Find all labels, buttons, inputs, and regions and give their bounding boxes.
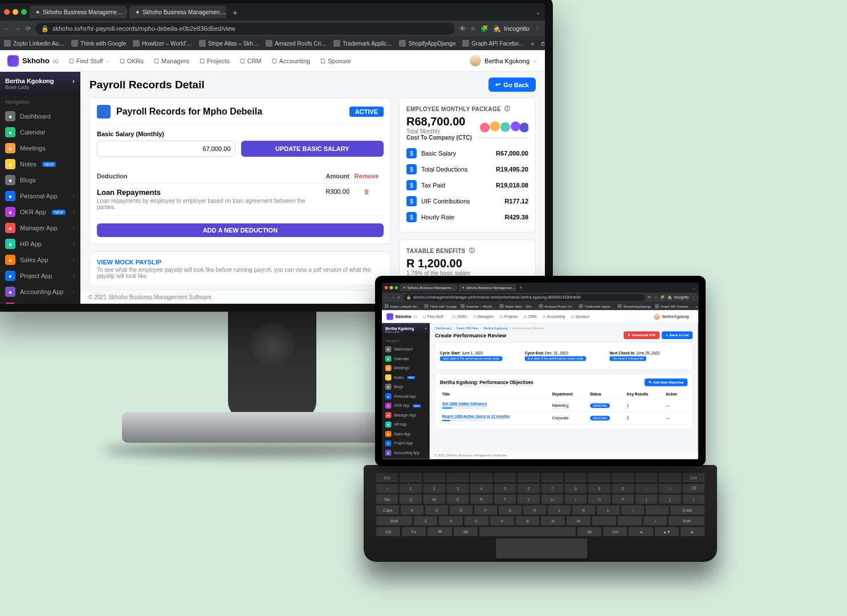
sidebar-item[interactable]: ●Sponsor› [382,458,430,459]
topnav-item[interactable]: ◻Sponsor [571,314,589,319]
bookmark-item[interactable]: Think with Google [71,40,126,47]
topnav-item[interactable]: ◻Sponsor [320,57,351,64]
breadcrumb-link[interactable]: Team HR Files [457,327,479,330]
sidebar-item[interactable]: ●Project App› [382,439,430,448]
sidebar-item[interactable]: ●Sales App› [0,252,80,268]
forward-icon[interactable]: → [391,295,394,299]
bookmark-item[interactable]: Trademark Applic… [333,40,392,47]
sidebar-item[interactable]: ●Meetings [382,364,430,373]
add-objective-button[interactable]: ✎ Add New Objective [645,378,687,386]
sidebar-item[interactable]: ●HR App› [0,236,80,252]
topnav-item[interactable]: ◻CRM [524,314,536,319]
breadcrumb-link[interactable]: Dashboard [435,327,451,330]
bookmark-item[interactable]: Stripe Atlas – Skh… [499,304,535,308]
new-tab-button[interactable]: + [229,7,241,17]
bookmark-item[interactable]: Howitzer – World'… [461,304,495,308]
objective-link[interactable]: Reach 1000 Active Users in 12 months [442,414,510,418]
bookmark-item[interactable]: Think with Google [424,304,457,308]
sidebar-item[interactable]: ●Blogs [382,382,430,392]
topnav-item[interactable]: ◻Managers [473,314,494,319]
bookmark-item[interactable]: Amazed Roofs Cri… [266,40,327,47]
url-field[interactable]: 🔒skhoho.io/management/manager-performanc… [403,294,645,301]
topnav-item[interactable]: ◻OKRs [453,314,467,319]
window-maximize-icon[interactable] [394,286,398,289]
topnav-item[interactable]: ◻Find Stuff⌄ [69,57,109,64]
reload-icon[interactable]: ⟳ [26,25,31,32]
sidebar-item[interactable]: ●Sales App› [382,429,430,439]
sidebar-item[interactable]: ●Manager App› [382,410,430,420]
bookmark-item[interactable]: ShopifyAppDjango [399,40,455,47]
user-menu[interactable]: Bertha Kgokong ⌄ [470,55,537,67]
brand-logo[interactable]: Skhohoio [386,313,417,320]
trash-icon[interactable]: 🗑 [349,188,384,210]
sidebar-item[interactable]: ●Project App› [0,268,80,284]
topnav-item[interactable]: ◻Managers [154,57,189,64]
sidebar-item[interactable]: ●OKR AppNEW› [382,401,430,411]
new-tab-button[interactable]: + [518,285,524,291]
back-to-list-button[interactable]: ≡ Back to List [662,332,693,340]
bookmark-item[interactable]: Amazed Roofs Cri… [539,304,575,308]
star-icon[interactable]: ☆ [470,25,476,32]
bookmark-item[interactable]: Stripe Atlas – Skh… [199,40,259,47]
sidebar-item[interactable]: ●Calendar [0,124,80,140]
bookmark-item[interactable]: ShopifyAppDjango [618,304,651,308]
back-icon[interactable]: ← [385,295,388,299]
browser-tab[interactable]: ✦Skhoho Business Managemen…× [459,284,516,291]
other-bookmarks[interactable]: 🗀 Other Bookmarks [541,40,545,47]
forward-icon[interactable]: → [15,25,21,32]
objective-link[interactable]: Get 1000 twitter followers [442,402,487,406]
update-salary-button[interactable]: UPDATE BASIC SALARY [241,141,384,157]
sidebar-item[interactable]: ●NotesNEW [382,373,430,382]
sidebar-item[interactable]: ●Personal App› [0,188,80,204]
reload-icon[interactable]: ⟳ [397,295,400,300]
tab-close-icon[interactable]: × [125,9,127,15]
url-field[interactable]: 🔒 skhoho.io/hr/hr-payroll-records/mpho-d… [35,23,455,35]
sidebar-item[interactable]: ●Dashboard [382,345,430,354]
extensions-icon[interactable]: 🧩 [480,25,488,32]
download-pdf-button[interactable]: ⬇ Download PDF [624,332,659,340]
brand-logo[interactable]: Skhohoio [7,55,59,67]
info-icon[interactable]: ⓘ [469,247,475,255]
browser-tab[interactable]: ✦Skhoho Business Manageme…× [30,6,127,18]
info-icon[interactable]: ⓘ [504,105,510,113]
topnav-item[interactable]: ◻OKRs [120,57,144,64]
topnav-item[interactable]: ◻Projects [500,314,518,319]
sidebar-item[interactable]: ●Sponsor› [0,300,80,304]
menu-icon[interactable]: ⋮ [534,25,540,32]
back-icon[interactable]: ← [4,25,10,32]
topnav-item[interactable]: ◻Find Stuff⌄ [423,314,447,319]
window-minimize-icon[interactable] [390,286,393,289]
window-close-icon[interactable] [385,286,388,289]
sidebar-item[interactable]: ●Accounting App› [0,284,80,300]
basic-salary-input[interactable] [97,141,235,157]
window-minimize-icon[interactable] [13,9,18,15]
topnav-item[interactable]: ◻Accounting [543,314,565,319]
add-deduction-button[interactable]: ADD A NEW DEDUCTION [97,223,384,237]
sidebar-item[interactable]: ●HR App› [382,420,430,430]
sidebar-item[interactable]: ●Manager App› [0,220,80,236]
bookmark-item[interactable]: Trademark Applic… [579,304,614,308]
sidebar-item[interactable]: ●Personal App› [382,391,430,401]
topnav-item[interactable]: ◻Projects [199,57,230,64]
bookmark-item[interactable]: Graph API Facebo… [462,40,524,47]
bookmark-item[interactable]: Graph API Facebo… [655,304,691,308]
sidebar-item[interactable]: ●OKR AppNEW› [0,204,80,220]
browser-tab[interactable]: ✦Skhoho Business Managemen…× [129,6,226,18]
window-maximize-icon[interactable] [21,9,27,15]
go-back-button[interactable]: ↩Go Back [488,77,536,92]
topnav-item[interactable]: ◻Accounting [272,57,310,64]
bookmark-item[interactable]: Zopto Linkedin Au… [4,40,64,47]
window-close-icon[interactable] [4,9,10,15]
sidebar-item[interactable]: ●Blogs [0,172,80,188]
sidebar-item[interactable]: ●Meetings [0,140,80,156]
sidebar-item[interactable]: ●NotesNEW [0,156,80,172]
bookmark-item[interactable]: Howitzer – World'… [133,40,192,47]
sidebar-item[interactable]: ●Dashboard [0,108,80,124]
sidebar-item[interactable]: ●Accounting App› [382,448,430,458]
sidebar-user[interactable]: Bertha Kgokong› [5,77,75,84]
sidebar-item[interactable]: ●Calendar [382,354,430,364]
user-menu[interactable]: Bertha Kgokong⌄ [654,313,694,320]
breadcrumb-link[interactable]: Bertha Kgokong [483,327,507,330]
tabs-menu-icon[interactable]: ⌄ [536,9,540,15]
view-payslip-link[interactable]: VIEW MOCK PAYSLIP [97,259,384,266]
